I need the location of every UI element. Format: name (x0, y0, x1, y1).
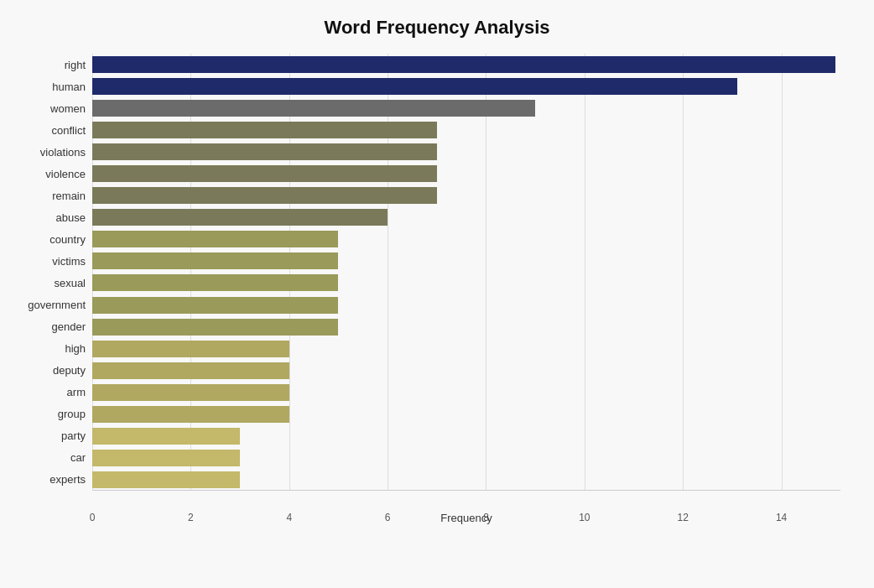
bar-track (92, 296, 840, 315)
bar-row: group (92, 405, 840, 424)
bar (92, 384, 289, 401)
bar-row: gender (92, 318, 840, 336)
bar-track (92, 405, 840, 424)
bar-label: gender (2, 320, 86, 333)
x-axis (92, 490, 840, 491)
bar (92, 406, 289, 423)
x-axis-title: Frequency (92, 512, 840, 524)
bar-row: conflict (92, 121, 840, 139)
bar-row: party (92, 427, 840, 445)
bar-track (92, 186, 840, 205)
chart-title: Word Frequency Analysis (34, 17, 840, 39)
bar-label: remain (2, 190, 86, 202)
bar-track (92, 121, 840, 139)
bar-row: abuse (92, 208, 840, 226)
bar-row: violence (92, 164, 840, 183)
bar-row: right (92, 55, 840, 74)
bar-track (92, 99, 840, 117)
bar-track (92, 252, 840, 270)
bar (92, 471, 240, 488)
bar (92, 362, 289, 379)
bar-track (92, 230, 840, 248)
bar-track (92, 164, 840, 183)
bar (92, 450, 240, 466)
bar-row: remain (92, 186, 840, 205)
bar (92, 341, 289, 357)
bar-track (92, 383, 840, 402)
bar-row: car (92, 449, 840, 467)
bar-label: violence (2, 168, 86, 180)
bar-label: deputy (2, 364, 86, 377)
bar-row: women (92, 99, 840, 117)
bar-label: women (2, 102, 86, 115)
bar-label: government (2, 299, 86, 311)
bar-track (92, 318, 840, 336)
bar-row: arm (92, 383, 840, 402)
bar (92, 187, 437, 204)
bar-track (92, 77, 840, 96)
bar-label: sexual (2, 277, 86, 289)
bar-row: victims (92, 252, 840, 270)
bar-row: human (92, 77, 840, 96)
bar-label: abuse (2, 211, 86, 224)
bar (92, 297, 338, 314)
bar-track (92, 471, 840, 489)
bar-label: experts (2, 473, 86, 486)
bar-row: deputy (92, 362, 840, 380)
bar-track (92, 55, 840, 74)
bar-label: car (2, 451, 86, 464)
bar-label: arm (2, 386, 86, 398)
bar (92, 122, 437, 138)
bar-track (92, 208, 840, 226)
bar-track (92, 143, 840, 161)
bar-track (92, 273, 840, 292)
bar-track (92, 340, 840, 358)
bar-label: human (2, 81, 86, 93)
bar (92, 319, 338, 336)
chart-area: righthumanwomenconflictviolationsviolenc… (92, 54, 840, 524)
bar (92, 209, 388, 226)
bar (92, 78, 737, 95)
bar-row: country (92, 230, 840, 248)
bar (92, 100, 535, 117)
bar (92, 274, 338, 291)
bar-label: high (2, 342, 86, 355)
bar-label: group (2, 408, 86, 420)
bar-row: violations (92, 143, 840, 161)
bar-label: violations (2, 146, 86, 159)
bar (92, 252, 338, 269)
bar-label: right (2, 59, 86, 71)
chart-container: Word Frequency Analysis righthumanwomenc… (0, 0, 874, 588)
bar-track (92, 449, 840, 467)
bar (92, 428, 240, 445)
bar (92, 143, 437, 160)
bar-row: sexual (92, 273, 840, 292)
bar-row: experts (92, 471, 840, 489)
bar-label: country (2, 233, 86, 246)
bar-row: government (92, 296, 840, 315)
bars-wrapper: righthumanwomenconflictviolationsviolenc… (92, 54, 840, 491)
bar-track (92, 427, 840, 445)
bar (92, 56, 835, 73)
bar-label: victims (2, 255, 86, 268)
bar-label: conflict (2, 124, 86, 137)
bar (92, 231, 338, 247)
bar-row: high (92, 340, 840, 358)
bar (92, 165, 437, 182)
bar-label: party (2, 429, 86, 442)
bar-track (92, 362, 840, 380)
